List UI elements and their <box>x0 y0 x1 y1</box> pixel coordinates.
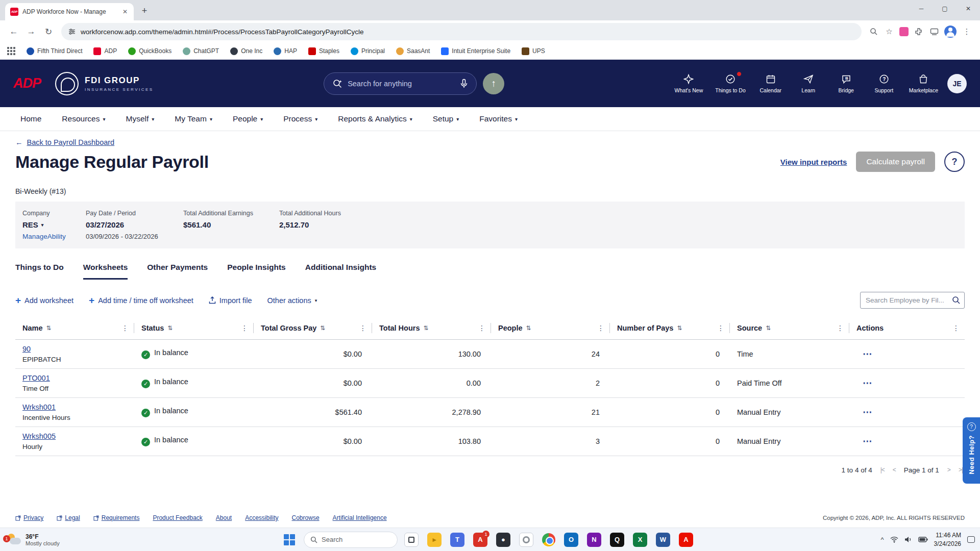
volume-icon[interactable] <box>904 536 912 543</box>
col-header-gross-pay[interactable]: Total Gross Pay⇅⋮ <box>254 317 372 339</box>
import-file-button[interactable]: Import file <box>209 296 252 305</box>
table-row[interactable]: Wrksh001Incentive Hours ✓In balance $561… <box>15 397 965 427</box>
nav-process[interactable]: Process▾ <box>283 114 317 123</box>
sort-icon[interactable]: ⇅ <box>167 324 173 332</box>
bookmark-quickbooks[interactable]: QuickBooks <box>128 47 172 55</box>
nav-resources[interactable]: Resources▾ <box>62 114 105 123</box>
company-selector[interactable]: RES▾ <box>22 220 76 229</box>
nav-people[interactable]: People▾ <box>233 114 263 123</box>
search-icon[interactable] <box>952 296 961 305</box>
search-submit-button[interactable]: ↑ <box>483 73 504 94</box>
bookmark-hap[interactable]: HAP <box>274 47 297 55</box>
bookmark-star-icon[interactable]: ☆ <box>884 27 894 37</box>
manageability-link[interactable]: ManageAbility <box>22 233 76 240</box>
excel-icon[interactable]: X <box>633 533 647 547</box>
chrome-icon[interactable] <box>542 533 555 546</box>
bookmark-ups[interactable]: UPS <box>522 47 545 55</box>
col-header-total-hours[interactable]: Total Hours⇅⋮ <box>372 317 491 339</box>
bookmark-staples[interactable]: Staples <box>308 47 339 55</box>
quick-app-icon[interactable]: Q <box>610 533 624 547</box>
col-header-source[interactable]: Source⇅⋮ <box>730 317 849 339</box>
row-actions-button[interactable]: ⋯ <box>863 436 873 446</box>
site-settings-icon[interactable] <box>68 28 76 35</box>
back-button[interactable]: ← <box>5 23 22 40</box>
nav-home[interactable]: Home <box>20 114 41 123</box>
sort-icon[interactable]: ⇅ <box>320 324 325 332</box>
col-header-number-of-pays[interactable]: Number of Pays⇅⋮ <box>610 317 730 339</box>
next-page-button[interactable]: > <box>947 466 950 473</box>
address-bar[interactable]: workforcenow.adp.com/theme/admin.html#/P… <box>61 23 862 40</box>
learn-button[interactable]: Learn <box>796 74 821 93</box>
bookmark-saasant[interactable]: SaasAnt <box>396 47 430 55</box>
column-menu-icon[interactable]: ⋮ <box>359 324 366 332</box>
tab-people-insights[interactable]: People Insights <box>227 263 286 280</box>
global-search-input[interactable] <box>348 80 455 88</box>
worksheet-link[interactable]: PTO001 <box>22 374 50 382</box>
column-menu-icon[interactable]: ⋮ <box>717 324 724 332</box>
file-explorer-icon[interactable]: ▸ <box>427 533 442 547</box>
calendar-button[interactable]: Calendar <box>758 74 783 93</box>
bookmark-intuit[interactable]: Intuit Enterprise Suite <box>441 47 510 55</box>
bridge-button[interactable]: B Bridge <box>834 74 859 93</box>
table-row[interactable]: PTO001Time Off ✓In balance $0.00 0.00 2 … <box>15 368 965 397</box>
worksheet-link[interactable]: 90 <box>22 345 31 353</box>
whats-new-button[interactable]: What's New <box>675 74 703 93</box>
nav-reports-analytics[interactable]: Reports & Analytics▾ <box>338 114 412 123</box>
column-menu-icon[interactable]: ⋮ <box>837 324 844 332</box>
back-to-dashboard-link[interactable]: Back to Payroll Dashboard <box>27 138 115 146</box>
worksheet-link[interactable]: Wrksh001 <box>22 403 56 411</box>
nav-favorites[interactable]: Favorites▾ <box>479 114 518 123</box>
things-to-do-button[interactable]: Things to Do <box>715 74 746 93</box>
calculate-payroll-button[interactable]: Calculate payroll <box>856 152 935 172</box>
hidden-icons-chevron[interactable]: ^ <box>881 536 884 543</box>
start-button[interactable] <box>280 534 299 545</box>
nav-my-team[interactable]: My Team▾ <box>175 114 212 123</box>
footer-product-feedback-link[interactable]: Product Feedback <box>153 514 202 521</box>
wifi-icon[interactable] <box>890 536 898 543</box>
col-header-actions[interactable]: Actions⋮ <box>849 317 965 339</box>
previous-page-button[interactable]: < <box>893 466 896 473</box>
onenote-icon[interactable]: N <box>587 533 601 547</box>
task-view-icon[interactable] <box>404 533 419 547</box>
tab-things-to-do[interactable]: Things to Do <box>15 263 64 280</box>
weather-widget[interactable]: 1 36°F Mostly cloudy <box>0 533 67 546</box>
word-icon[interactable]: W <box>656 533 670 547</box>
sort-icon[interactable]: ⇅ <box>677 324 682 332</box>
tab-additional-insights[interactable]: Additional Insights <box>305 263 377 280</box>
column-menu-icon[interactable]: ⋮ <box>241 324 248 332</box>
sort-icon[interactable]: ⇅ <box>46 324 52 332</box>
employee-search-input[interactable] <box>860 292 965 309</box>
footer-cobrowse-link[interactable]: Cobrowse <box>292 514 320 521</box>
teams-icon[interactable]: T <box>450 533 464 547</box>
other-actions-button[interactable]: Other actions▾ <box>267 296 317 305</box>
tab-other-payments[interactable]: Other Payments <box>147 263 208 280</box>
last-page-button[interactable]: >| <box>959 466 963 473</box>
profile-avatar-icon[interactable] <box>944 26 957 38</box>
nav-setup[interactable]: Setup▾ <box>433 114 459 123</box>
bookmark-adp[interactable]: ADP <box>93 47 117 55</box>
nav-myself[interactable]: Myself▾ <box>126 114 154 123</box>
help-button[interactable]: ? <box>944 152 965 172</box>
sort-icon[interactable]: ⇅ <box>766 324 771 332</box>
battery-icon[interactable] <box>918 537 928 542</box>
pinned-extension-icon[interactable] <box>899 27 909 36</box>
column-menu-icon[interactable]: ⋮ <box>478 324 485 332</box>
view-input-reports-link[interactable]: View input reports <box>780 158 847 166</box>
microphone-icon[interactable] <box>460 79 468 89</box>
need-help-tab[interactable]: ? Need Help? <box>963 417 980 484</box>
zoom-icon[interactable] <box>869 27 879 37</box>
add-time-worksheet-button[interactable]: +Add time / time off worksheet <box>89 295 193 305</box>
add-worksheet-button[interactable]: +Add worksheet <box>15 295 74 305</box>
notification-center-icon[interactable] <box>967 536 975 543</box>
table-row[interactable]: 90EPIPBATCH ✓In balance $0.00 130.00 24 … <box>15 339 965 368</box>
col-header-status[interactable]: Status⇅⋮ <box>134 317 254 339</box>
url-text[interactable]: workforcenow.adp.com/theme/admin.html#/P… <box>81 28 363 36</box>
column-menu-icon[interactable]: ⋮ <box>952 324 960 332</box>
taskbar-search[interactable]: Search <box>304 532 398 548</box>
bookmark-fifth-third[interactable]: Fifth Third Direct <box>27 47 82 55</box>
browser-icon[interactable] <box>519 533 533 547</box>
footer-privacy-link[interactable]: Privacy <box>15 514 43 521</box>
col-header-name[interactable]: Name⇅⋮ <box>15 317 134 339</box>
bookmark-chatgpt[interactable]: ChatGPT <box>183 47 219 55</box>
forward-button[interactable]: → <box>22 23 40 40</box>
